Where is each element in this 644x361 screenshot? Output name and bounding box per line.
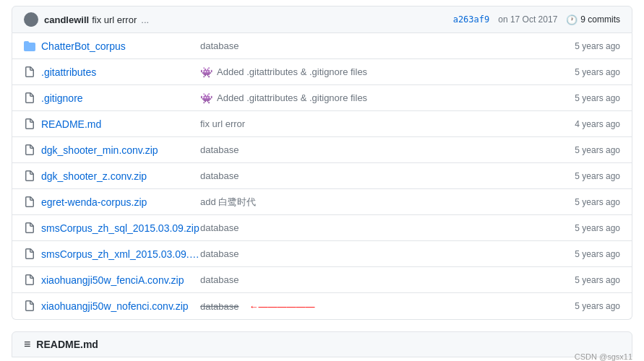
- file-name[interactable]: egret-wenda-corpus.zip: [41, 196, 200, 208]
- file-icon: [24, 92, 35, 104]
- file-name[interactable]: .gitignore: [41, 92, 200, 104]
- readme-bar: ≡ README.md: [12, 331, 632, 357]
- page-container: candlewill fix url error ... a263af9 on …: [0, 6, 644, 361]
- file-commit-message: database: [200, 248, 555, 259]
- commit-msg-text: database: [200, 274, 239, 285]
- file-name[interactable]: smsCorpus_zh_xml_2015.03.09.zip: [41, 248, 200, 260]
- commit-msg-text: add 白鹭时代: [200, 196, 256, 209]
- arrow-annotation: ←——————: [249, 301, 315, 312]
- table-row: xiaohuangji50w_nofenci.conv.zipdatabase←…: [12, 293, 632, 319]
- file-time: 5 years ago: [555, 67, 620, 77]
- file-time: 5 years ago: [555, 275, 620, 285]
- commit-msg-text: database: [200, 248, 239, 259]
- file-icon: [24, 248, 35, 260]
- file-commit-message: database: [200, 40, 555, 51]
- file-icon: [24, 274, 35, 286]
- svg-point-0: [28, 15, 34, 21]
- file-icon: [24, 118, 35, 130]
- file-time: 4 years ago: [555, 119, 620, 129]
- readme-title: README.md: [36, 339, 98, 350]
- table-row: ChatterBot_corpusdatabase5 years ago: [12, 33, 632, 59]
- file-name[interactable]: ChatterBot_corpus: [41, 40, 200, 52]
- table-row: .gitattributes👾Added .gitattributes & .g…: [12, 59, 632, 85]
- commit-history[interactable]: 🕐 9 commits: [566, 14, 620, 25]
- file-commit-message: database: [200, 144, 555, 155]
- table-row: .gitignore👾Added .gitattributes & .gitig…: [12, 85, 632, 111]
- file-name[interactable]: smsCorpus_zh_sql_2015.03.09.zip: [41, 222, 200, 234]
- file-table: ChatterBot_corpusdatabase5 years ago .gi…: [12, 33, 632, 320]
- svg-point-1: [26, 22, 36, 27]
- file-commit-message: 👾Added .gitattributes & .gitignore files: [200, 66, 555, 78]
- file-icon: [24, 66, 35, 78]
- file-icon: [24, 222, 35, 234]
- table-row: egret-wenda-corpus.zipadd 白鹭时代5 years ag…: [12, 189, 632, 215]
- file-time: 5 years ago: [555, 249, 620, 259]
- table-row: README.mdfix url error4 years ago: [12, 111, 632, 137]
- file-commit-message: database: [200, 170, 555, 181]
- file-commit-message: 👾Added .gitattributes & .gitignore files: [200, 92, 555, 104]
- commit-msg-text: database: [200, 40, 239, 51]
- file-commit-message: database←——————: [200, 301, 555, 312]
- file-name[interactable]: dgk_shooter_z.conv.zip: [41, 170, 200, 182]
- commit-msg-text: database: [200, 301, 239, 312]
- file-name[interactable]: xiaohuangji50w_nofenci.conv.zip: [41, 300, 200, 312]
- file-time: 5 years ago: [555, 301, 620, 311]
- table-row: smsCorpus_zh_xml_2015.03.09.zipdatabase5…: [12, 241, 632, 267]
- file-commit-message: database: [200, 222, 555, 233]
- commit-dots[interactable]: ...: [141, 14, 149, 25]
- file-commit-message: fix url error: [200, 118, 555, 129]
- file-icon: [24, 144, 35, 156]
- table-row: dgk_shooter_min.conv.zipdatabase5 years …: [12, 137, 632, 163]
- commit-msg-text: Added .gitattributes & .gitignore files: [217, 92, 367, 103]
- table-row: dgk_shooter_z.conv.zipdatabase5 years ag…: [12, 163, 632, 189]
- table-row: smsCorpus_zh_sql_2015.03.09.zipdatabase5…: [12, 215, 632, 241]
- file-icon: [24, 170, 35, 182]
- file-icon: [24, 196, 35, 208]
- file-name[interactable]: xiaohuangji50w_fenciA.conv.zip: [41, 274, 200, 286]
- commit-msg-text: database: [200, 222, 239, 233]
- avatar: [24, 12, 38, 27]
- commit-msg-text: database: [200, 144, 239, 155]
- commits-count: 9 commits: [580, 14, 620, 25]
- commit-msg-text: database: [200, 170, 239, 181]
- file-commit-message: add 白鹭时代: [200, 196, 555, 209]
- file-name[interactable]: README.md: [41, 118, 200, 130]
- commit-username[interactable]: candlewill: [44, 14, 89, 25]
- file-commit-message: database: [200, 274, 555, 285]
- file-name[interactable]: .gitattributes: [41, 66, 200, 78]
- commit-message: fix url error: [92, 14, 137, 25]
- commit-bar: candlewill fix url error ... a263af9 on …: [12, 6, 632, 33]
- file-time: 5 years ago: [555, 41, 620, 51]
- file-icon: [24, 300, 35, 312]
- table-row: xiaohuangji50w_fenciA.conv.zipdatabase5 …: [12, 267, 632, 293]
- folder-icon: [24, 40, 35, 52]
- file-time: 5 years ago: [555, 145, 620, 155]
- file-name[interactable]: dgk_shooter_min.conv.zip: [41, 144, 200, 156]
- file-time: 5 years ago: [555, 197, 620, 207]
- commit-msg-text: Added .gitattributes & .gitignore files: [217, 66, 367, 77]
- file-time: 5 years ago: [555, 223, 620, 233]
- file-time: 5 years ago: [555, 93, 620, 103]
- commit-date: on 17 Oct 2017: [498, 14, 557, 25]
- commit-right: a263af9 on 17 Oct 2017 🕐 9 commits: [453, 14, 620, 25]
- watermark: CSDN @sgsx11: [575, 352, 632, 361]
- readme-icon: ≡: [24, 338, 30, 351]
- commit-msg-text: fix url error: [200, 118, 245, 129]
- commit-sha[interactable]: a263af9: [453, 14, 490, 25]
- clock-icon: 🕐: [566, 14, 578, 25]
- file-time: 5 years ago: [555, 171, 620, 181]
